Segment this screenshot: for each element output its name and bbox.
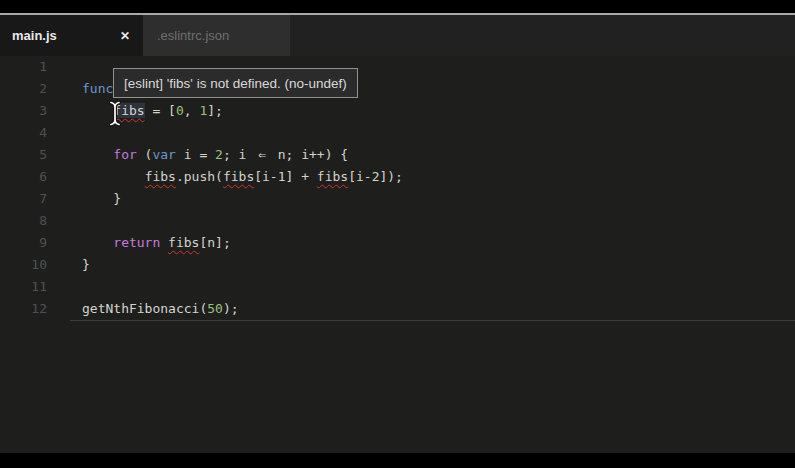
end-of-file-divider [70,320,795,321]
tab-main-js[interactable]: main.js ✕ [0,15,143,56]
line-number: 2 [0,78,47,100]
tab-label: .eslintrc.json [157,28,229,43]
code-line[interactable]: 8 [0,210,795,232]
code-line-text: return fibs[n]; [47,232,231,254]
code-line-text [47,276,82,298]
code-line[interactable]: 5 for (var i = 2; i ⇐ n; i++) { [0,144,795,166]
code-line-text: fibs = [0, 1]; [47,100,223,122]
code-line-text: } [47,254,90,276]
code-line-text [47,56,82,78]
lint-tooltip: [eslint] 'fibs' is not defined. (no-unde… [113,68,358,98]
code-line[interactable]: 6 fibs.push(fibs[i-1] + fibs[i-2]); [0,166,795,188]
code-line-text [47,210,82,232]
code-editor-window: { "theme": { "topLine": "#a8a8a8", "tabb… [0,0,795,468]
code-line[interactable]: 10} [0,254,795,276]
line-number: 9 [0,232,47,254]
code-line[interactable]: 11 [0,276,795,298]
code-line-text: getNthFibonacci(50); [47,298,239,320]
line-number: 11 [0,276,47,298]
line-number: 4 [0,122,47,144]
code-line[interactable]: 7 } [0,188,795,210]
line-number: 7 [0,188,47,210]
code-line-text: for (var i = 2; i ⇐ n; i++) { [47,144,348,166]
code-line-text: } [47,188,121,210]
text-cursor-icon [108,100,122,131]
code-line[interactable]: 12getNthFibonacci(50); [0,298,795,320]
close-icon[interactable]: ✕ [120,30,130,42]
line-number: 12 [0,298,47,320]
tab-eslintrc-json[interactable]: .eslintrc.json [143,15,290,56]
code-line[interactable]: 9 return fibs[n]; [0,232,795,254]
line-number: 10 [0,254,47,276]
line-number: 6 [0,166,47,188]
lint-tooltip-text: [eslint] 'fibs' is not defined. (no-unde… [124,76,347,91]
line-number: 1 [0,56,47,78]
line-number: 8 [0,210,47,232]
code-line-text: fibs.push(fibs[i-1] + fibs[i-2]); [47,166,403,188]
code-line-text [47,122,82,144]
tab-bar: main.js ✕ .eslintrc.json [0,15,795,56]
line-number: 5 [0,144,47,166]
line-number: 3 [0,100,47,122]
tab-label: main.js [12,28,57,43]
